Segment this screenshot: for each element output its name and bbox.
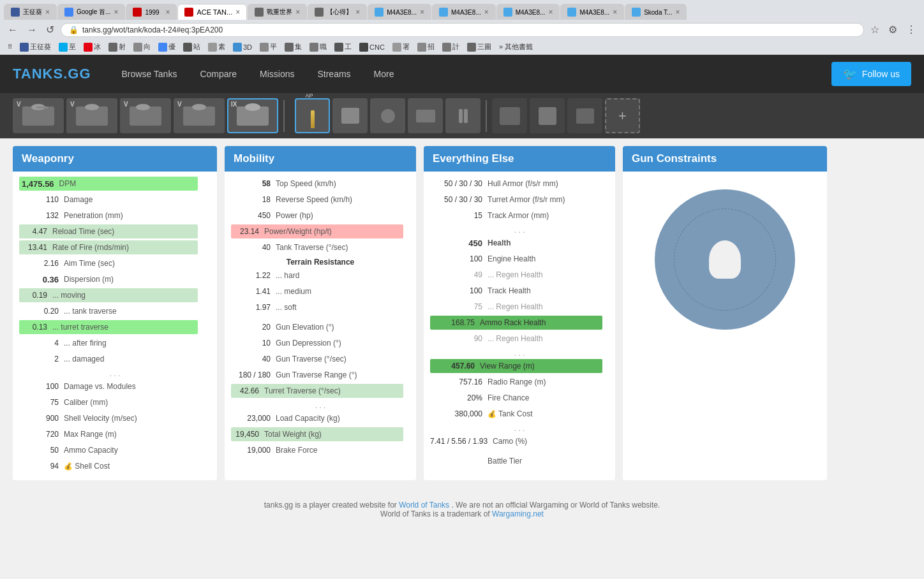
dmg-value: 2: [19, 355, 64, 363]
ammo-engine[interactable]: [332, 98, 368, 133]
tab-11[interactable]: Skoda T... ×: [625, 4, 687, 20]
bm-4[interactable]: 射: [106, 41, 128, 52]
terrain-resistance-label: Terrain Resistance: [231, 258, 410, 267]
bm-5[interactable]: 向: [131, 41, 153, 52]
tab-6[interactable]: 【心得】 ×: [308, 4, 367, 20]
tab-favicon-2: [64, 8, 73, 17]
tank-slot-5[interactable]: IX: [227, 98, 278, 133]
tab-label-8: M4A3E8...: [451, 9, 481, 16]
back-button[interactable]: ←: [5, 23, 20, 37]
bm-18[interactable]: 三圖: [465, 41, 494, 52]
tc-value: 380,000: [430, 409, 488, 418]
bm-16[interactable]: 招: [415, 41, 437, 52]
tank-traverse-label: ... tank traverse: [64, 307, 117, 316]
aim-value: 2.16: [19, 259, 64, 268]
tab-2[interactable]: Google 首... ×: [57, 4, 125, 20]
bm-6[interactable]: 優: [156, 41, 178, 52]
nav-missions[interactable]: Missions: [248, 55, 306, 93]
tab-close-4[interactable]: ×: [235, 8, 240, 17]
bm-15[interactable]: 署: [390, 41, 412, 52]
tank-slot-2[interactable]: V: [66, 98, 117, 133]
pen-value: 132: [19, 211, 64, 220]
dpm-label: DPM: [54, 179, 77, 188]
dots-mob: . . .: [231, 400, 410, 411]
bm-more[interactable]: » 其他書籤: [496, 41, 535, 52]
tab-favicon-10: [567, 8, 576, 17]
module-section: +: [492, 98, 640, 133]
extensions-button[interactable]: ⚙: [886, 22, 900, 37]
reload-button[interactable]: ↺: [43, 22, 57, 37]
ammo-suspension[interactable]: [408, 98, 443, 133]
nav-browse-tanks[interactable]: Browse Tanks: [110, 55, 189, 93]
tab-7[interactable]: M4A3E8... ×: [368, 4, 431, 20]
tt-value: 0.13: [19, 323, 52, 332]
logo-tanks: TANKS: [13, 66, 63, 82]
module-2[interactable]: [530, 98, 565, 133]
ammo-ap[interactable]: AP: [295, 98, 330, 133]
tab-3[interactable]: 1999 ×: [126, 4, 177, 20]
module-add[interactable]: +: [605, 98, 640, 133]
mob-gun-trav-range: 180 / 180 Gun Traverse Range (°): [231, 368, 410, 382]
bookmark-star-button[interactable]: ☆: [868, 22, 882, 37]
tab-close-8[interactable]: ×: [484, 8, 489, 17]
nav-compare[interactable]: Compare: [188, 55, 248, 93]
tank-slot-1[interactable]: V: [13, 98, 64, 133]
nav-streams[interactable]: Streams: [306, 55, 362, 93]
tab-close-9[interactable]: ×: [548, 8, 553, 17]
address-bar[interactable]: 🔒 tanks.gg/wot/tank/koda-t-24#eq:3pEA200: [61, 23, 864, 37]
bm-8[interactable]: 素: [205, 41, 228, 52]
bm-7[interactable]: 站: [181, 41, 203, 52]
tab-1[interactable]: 王征葵 ×: [4, 4, 57, 20]
tab-4[interactable]: ACE TAN... ×: [177, 4, 247, 20]
bm-3[interactable]: 冰: [81, 41, 103, 52]
forward-button[interactable]: →: [24, 23, 40, 37]
ee-ammo-rack: 168.75 Ammo Rack Health: [430, 316, 609, 330]
weaponry-header: Weaponry: [13, 146, 217, 172]
tab-close-1[interactable]: ×: [45, 8, 50, 17]
tab-9[interactable]: M4A3E8... ×: [496, 4, 560, 20]
bm-2[interactable]: 至: [56, 41, 78, 52]
mob-soft: 1.97 ... soft: [231, 300, 410, 314]
bm-10[interactable]: 平: [257, 41, 279, 52]
tank-slot-3[interactable]: V: [120, 98, 171, 133]
nav-more[interactable]: More: [362, 55, 406, 93]
bm-9[interactable]: 3D: [230, 42, 255, 52]
disp-value: 0.36: [19, 275, 64, 284]
tab-close-7[interactable]: ×: [420, 8, 424, 17]
bm-13[interactable]: 工: [332, 41, 354, 52]
menu-button[interactable]: ⋮: [904, 22, 919, 37]
bm-14[interactable]: CNC: [357, 42, 387, 52]
tab-close-10[interactable]: ×: [613, 8, 617, 17]
bm-12[interactable]: 職: [307, 41, 329, 52]
tab-close-3[interactable]: ×: [165, 8, 170, 17]
ac-value: 50: [19, 446, 64, 455]
everything-header: Everything Else: [424, 146, 615, 172]
footer-link1[interactable]: World of Tanks: [399, 501, 449, 509]
tab-5[interactable]: 戰重世界 ×: [248, 4, 307, 20]
tab-close-2[interactable]: ×: [114, 8, 118, 17]
tab-close-11[interactable]: ×: [675, 8, 680, 17]
arr-value: 90: [430, 334, 488, 343]
tab-close-5[interactable]: ×: [295, 8, 300, 17]
tab-8[interactable]: M4A3E8... ×: [432, 4, 496, 20]
ammo-crew[interactable]: [445, 98, 481, 133]
bm-1[interactable]: 王征葵: [17, 41, 54, 52]
footer-link2[interactable]: Wargaming.net: [492, 509, 544, 518]
tank-slot-4[interactable]: V: [174, 98, 225, 133]
rs-label: Reverse Speed (km/h): [276, 195, 352, 204]
module-1[interactable]: [492, 98, 527, 133]
ta-label: Turret Armor (f/s/r mm): [488, 195, 565, 204]
bm-17[interactable]: 計: [440, 41, 462, 52]
ammo-gear[interactable]: [370, 98, 405, 133]
tab-label-11: Skoda T...: [644, 9, 672, 16]
module-3[interactable]: [567, 98, 602, 133]
tab-10[interactable]: M4A3E8... ×: [560, 4, 624, 20]
gun-constraints-body: [623, 172, 827, 348]
tab-label-10: M4A3E8...: [579, 9, 609, 16]
ee-track-regen: 75 ... Regen Health: [430, 300, 609, 314]
bm-11[interactable]: 集: [282, 41, 304, 52]
tab-close-6[interactable]: ×: [355, 8, 360, 17]
bm-apps[interactable]: ⠿: [5, 43, 15, 51]
ha-value: 50 / 30 / 30: [430, 179, 488, 188]
follow-us-button[interactable]: 🐦 Follow us: [831, 62, 911, 86]
